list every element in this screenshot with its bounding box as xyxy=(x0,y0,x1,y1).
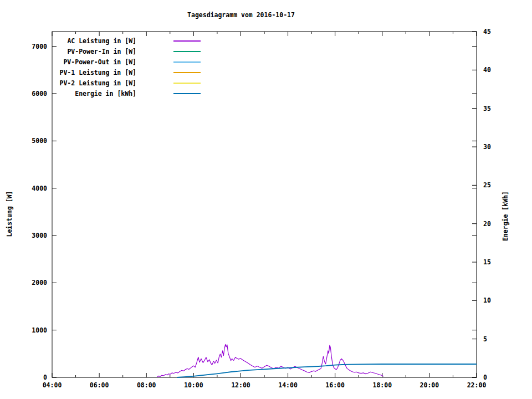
y2-tick-label: 15 xyxy=(483,258,491,266)
x-tick-label: 16:00 xyxy=(325,381,345,389)
legend-line-swatch xyxy=(173,62,201,63)
x-tick-label: 12:00 xyxy=(231,381,250,389)
legend-item-energie: Energie in [kWh] xyxy=(53,88,201,99)
y2-tick-label: 20 xyxy=(483,220,491,228)
x-tick-label: 04:00 xyxy=(43,381,62,389)
legend-label: PV-1 Leistung in [W] xyxy=(53,69,136,76)
y1-tick-label: 5000 xyxy=(32,137,47,145)
y1-tick-label: 7000 xyxy=(32,43,47,50)
y2-axis-title: Energie [kWh] xyxy=(502,161,509,272)
y2-tick-label: 40 xyxy=(483,66,491,74)
y1-tick-label: 1000 xyxy=(32,326,47,334)
legend-item-pv-power-in: PV-Power-In in [W] xyxy=(53,46,201,57)
plot-canvas: Tagesdiagramm vom 2016-10-17 AC Leistung… xyxy=(0,0,532,399)
x-tick-label: 08:00 xyxy=(137,381,156,389)
y1-tick-label: 4000 xyxy=(32,185,47,192)
legend-line-swatch xyxy=(173,72,201,73)
legend-label: PV-Power-Out in [W] xyxy=(53,58,136,66)
y2-tick-label: 10 xyxy=(483,296,491,304)
y1-tick-label: 3000 xyxy=(32,232,47,239)
y1-axis-title: Leistung [W] xyxy=(6,158,13,269)
series-energie xyxy=(177,364,477,377)
y1-tick-label: 0 xyxy=(43,374,47,381)
x-tick-label: 22:00 xyxy=(467,381,487,389)
legend-label: PV-Power-In in [W] xyxy=(53,48,136,55)
legend-label: PV-2 Leistung in [W] xyxy=(53,79,136,87)
legend-line-swatch xyxy=(173,40,201,42)
legend-label: AC Leistung in [W] xyxy=(53,37,136,45)
x-tick-label: 14:00 xyxy=(278,381,298,389)
x-tick-label: 20:00 xyxy=(420,381,439,389)
legend-item-pv-power-out: PV-Power-Out in [W] xyxy=(53,57,201,67)
legend-label: Energie in [kWh] xyxy=(53,90,136,98)
legend-line-swatch xyxy=(173,83,201,84)
chart-title: Tagesdiagramm vom 2016-10-17 xyxy=(0,11,482,19)
legend-item-pv1-leistung: PV-1 Leistung in [W] xyxy=(53,67,201,78)
y2-tick-label: 5 xyxy=(483,335,487,343)
y2-tick-label: 30 xyxy=(483,143,491,151)
y2-tick-label: 25 xyxy=(483,181,491,189)
legend-line-swatch xyxy=(173,93,201,94)
legend-item-pv2-leistung: PV-2 Leistung in [W] xyxy=(53,78,201,88)
y1-tick-label: 6000 xyxy=(32,90,47,98)
y1-tick-label: 2000 xyxy=(32,279,47,287)
legend-item-ac-leistung: AC Leistung in [W] xyxy=(53,35,201,46)
x-tick-label: 06:00 xyxy=(90,381,109,389)
legend: AC Leistung in [W]PV-Power-In in [W]PV-P… xyxy=(53,35,201,99)
y2-axis-ticks: 051015202530354045 xyxy=(472,28,491,381)
y2-tick-label: 35 xyxy=(483,105,491,112)
y2-tick-label: 0 xyxy=(483,374,487,381)
x-tick-label: 10:00 xyxy=(184,381,203,389)
y2-tick-label: 45 xyxy=(483,28,491,35)
legend-line-swatch xyxy=(173,51,201,52)
x-tick-label: 18:00 xyxy=(372,381,392,389)
series-ac-leistung xyxy=(157,344,383,377)
